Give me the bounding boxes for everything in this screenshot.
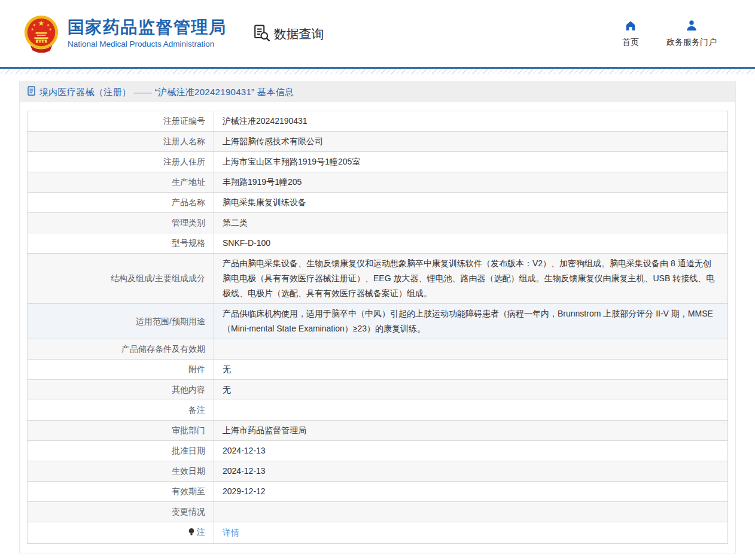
row-value: 产品供临床机构使用，适用于脑卒中（中风）引起的上肢运动功能障碍患者（病程一年内，… bbox=[214, 304, 728, 339]
table-row: 注 详情 bbox=[28, 522, 728, 544]
content-panel: 境内医疗器械（注册） —— “沪械注准20242190431” 基本信息 注册证… bbox=[19, 81, 736, 553]
row-label: 注册人住所 bbox=[28, 152, 214, 172]
national-emblem-logo: ★ ★ ★ ★ ★ bbox=[23, 14, 60, 53]
row-value: SNKF-D-100 bbox=[214, 233, 728, 254]
bulb-icon bbox=[188, 526, 195, 541]
top-nav: 首页 政务服务门户 bbox=[622, 20, 717, 48]
table-row: 产品储存条件及有效期 bbox=[28, 339, 728, 360]
page-title-bar: 境内医疗器械（注册） —— “沪械注准20242190431” 基本信息 bbox=[20, 82, 735, 102]
table-row: 注册人住所 上海市宝山区丰翔路1919号1幢205室 bbox=[28, 152, 728, 172]
row-value: 沪械注准20242190431 bbox=[214, 111, 728, 132]
row-label: 注 bbox=[28, 522, 214, 544]
row-label: 适用范围/预期用途 bbox=[28, 304, 214, 339]
nav-item-home-label: 首页 bbox=[622, 37, 639, 48]
row-label: 生产地址 bbox=[28, 172, 214, 193]
user-icon bbox=[686, 20, 698, 34]
org-name-en: National Medical Products Administration bbox=[68, 39, 227, 48]
table-row: 管理类别 第二类 bbox=[28, 213, 728, 233]
row-value: 上海韶脑传感技术有限公司 bbox=[214, 132, 728, 152]
header: ★ ★ ★ ★ ★ 国家药品监督管理局 National Medical Pro… bbox=[0, 0, 755, 67]
row-label: 审批部门 bbox=[28, 421, 214, 441]
nav-item-portal-label: 政务服务门户 bbox=[666, 37, 717, 48]
table-row: 备注 bbox=[28, 400, 728, 421]
table-row: 适用范围/预期用途 产品供临床机构使用，适用于脑卒中（中风）引起的上肢运动功能障… bbox=[28, 304, 728, 339]
table-row: 审批部门 上海市药品监督管理局 bbox=[28, 421, 728, 441]
row-value bbox=[214, 400, 728, 421]
table-row: 生效日期 2024-12-13 bbox=[28, 461, 728, 482]
data-query-label: 数据查询 bbox=[274, 26, 324, 42]
table-wrap: 注册证编号 沪械注准20242190431 注册人名称 上海韶脑传感技术有限公司… bbox=[20, 102, 735, 553]
row-label: 产品储存条件及有效期 bbox=[28, 339, 214, 360]
table-row: 注册证编号 沪械注准20242190431 bbox=[28, 111, 728, 132]
home-icon bbox=[625, 20, 637, 34]
row-label: 管理类别 bbox=[28, 213, 214, 233]
table-row: 结构及组成/主要组成成分 产品由脑电采集设备、生物反馈康复仪和运动想象脑卒中康复… bbox=[28, 254, 728, 304]
details-link[interactable]: 详情 bbox=[223, 528, 239, 537]
row-label: 批准日期 bbox=[28, 441, 214, 461]
table-row: 其他内容 无 bbox=[28, 380, 728, 400]
doc-search-icon bbox=[253, 24, 271, 44]
row-label: 型号规格 bbox=[28, 233, 214, 254]
svg-text:★: ★ bbox=[38, 19, 44, 28]
table-row: 有效期至 2029-12-12 bbox=[28, 482, 728, 502]
row-label: 产品名称 bbox=[28, 193, 214, 213]
row-value: 脑电采集康复训练设备 bbox=[214, 193, 728, 213]
row-value: 上海市宝山区丰翔路1919号1幢205室 bbox=[214, 152, 728, 172]
row-label: 生效日期 bbox=[28, 461, 214, 482]
nav-item-portal[interactable]: 政务服务门户 bbox=[666, 20, 717, 48]
row-value bbox=[214, 502, 728, 522]
svg-text:★: ★ bbox=[48, 27, 52, 31]
row-value: 2024-12-13 bbox=[214, 461, 728, 482]
table-row: 生产地址 丰翔路1919号1幢205 bbox=[28, 172, 728, 193]
row-value: 详情 bbox=[214, 522, 728, 544]
table-row: 产品名称 脑电采集康复训练设备 bbox=[28, 193, 728, 213]
nav-item-home[interactable]: 首页 bbox=[622, 20, 639, 48]
org-name-cn: 国家药品监督管理局 bbox=[68, 19, 227, 37]
row-value bbox=[214, 339, 728, 360]
row-value: 2029-12-12 bbox=[214, 482, 728, 502]
row-label: 其他内容 bbox=[28, 380, 214, 400]
site-logo: ★ ★ ★ ★ ★ 国家药品监督管理局 National Medical Pro… bbox=[23, 14, 227, 53]
row-label: 注册证编号 bbox=[28, 111, 214, 132]
row-value: 丰翔路1919号1幢205 bbox=[214, 172, 728, 193]
table-row: 变更情况 bbox=[28, 502, 728, 522]
row-label: 有效期至 bbox=[28, 482, 214, 502]
row-label: 附件 bbox=[28, 360, 214, 380]
row-value: 无 bbox=[214, 360, 728, 380]
row-value: 无 bbox=[214, 380, 728, 400]
registration-info-table: 注册证编号 沪械注准20242190431 注册人名称 上海韶脑传感技术有限公司… bbox=[27, 111, 728, 544]
data-query-link[interactable]: 数据查询 bbox=[253, 24, 324, 44]
row-value: 2024-12-13 bbox=[214, 441, 728, 461]
table-row: 注册人名称 上海韶脑传感技术有限公司 bbox=[28, 132, 728, 152]
row-value: 上海市药品监督管理局 bbox=[214, 421, 728, 441]
table-row: 附件 无 bbox=[28, 360, 728, 380]
table-row: 型号规格 SNKF-D-100 bbox=[28, 233, 728, 254]
svg-text:★: ★ bbox=[31, 27, 34, 31]
org-titles: 国家药品监督管理局 National Medical Products Admi… bbox=[68, 19, 227, 48]
header-divider-hatch bbox=[0, 69, 755, 74]
row-value: 第二类 bbox=[214, 213, 728, 233]
row-label: 注册人名称 bbox=[28, 132, 214, 152]
row-label: 结构及组成/主要组成成分 bbox=[28, 254, 214, 304]
page-title: 境内医疗器械（注册） —— “沪械注准20242190431” 基本信息 bbox=[39, 87, 294, 98]
table-row: 批准日期 2024-12-13 bbox=[28, 441, 728, 461]
row-label: 变更情况 bbox=[28, 502, 214, 522]
document-icon bbox=[28, 86, 35, 98]
info-table-body: 注册证编号 沪械注准20242190431 注册人名称 上海韶脑传感技术有限公司… bbox=[28, 111, 728, 544]
row-value: 产品由脑电采集设备、生物反馈康复仪和运动想象脑卒中康复训练软件（发布版本：V2）… bbox=[214, 254, 728, 304]
row-label: 备注 bbox=[28, 400, 214, 421]
